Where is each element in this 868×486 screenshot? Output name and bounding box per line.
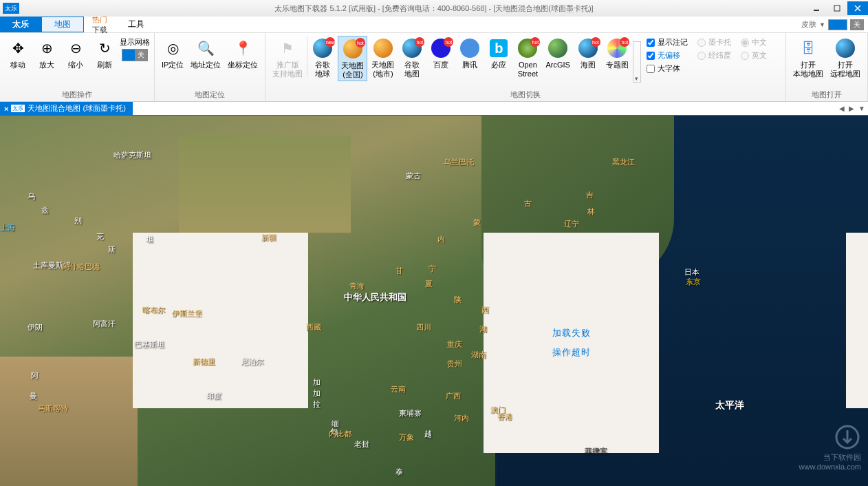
label-thailand: 泰 — [395, 467, 403, 477]
tianditu-city-button[interactable]: 天地图 (地市) — [369, 36, 397, 80]
tab-prev-icon[interactable]: ◀ — [839, 105, 845, 112]
label-liaoning: 辽宁 — [564, 219, 579, 229]
label-oman2: 曼 — [30, 391, 37, 401]
map-tab[interactable]: 地图 — [41, 17, 84, 32]
show-note-check[interactable]: 显示注记 — [647, 37, 688, 47]
database-icon: 🗄 — [797, 37, 819, 59]
big-font-check[interactable]: 大字体 — [647, 63, 688, 74]
label-qinghai: 青海 — [349, 281, 365, 291]
globe-icon — [372, 37, 394, 59]
ops-group-label: 地图操作 — [4, 88, 150, 100]
grid-toggle[interactable]: 显示网格 关 — [120, 36, 150, 61]
open-local-button[interactable]: 🗄打开 本地地图 — [790, 36, 826, 80]
label-ji: 吉 — [586, 190, 594, 200]
en-radio[interactable]: 英文 — [741, 50, 767, 61]
label-iran: 伊朗 — [28, 322, 43, 332]
label-uz2: 兹 — [41, 205, 49, 215]
tab-logo: 太乐 — [11, 105, 25, 112]
map-viewport[interactable]: 加载失败 操作超时 中华人民共和国 蒙古 哈萨克斯坦 乌 兹 别 克 斯 坦 土… — [0, 116, 868, 486]
thematic-button[interactable]: hot专题图 — [603, 36, 631, 71]
window-title: 太乐地图下载器 5.1.2 [试用版] - [免费咨询电话：400-8060-5… — [274, 3, 593, 14]
tab-menu-icon[interactable]: ▼ — [858, 105, 865, 112]
google-map-button[interactable]: hot谷歌 地图 — [398, 36, 426, 80]
open-remote-button[interactable]: 打开 远程地图 — [827, 36, 863, 80]
label-mongolia: 蒙古 — [406, 171, 421, 181]
label-ashgabat: 阿什哈巴德 — [62, 262, 100, 272]
close-button[interactable] — [847, 1, 868, 15]
google-earth-button[interactable]: new谷歌 地球 — [309, 36, 336, 80]
app-logo: 太乐 — [3, 3, 19, 14]
ip-locate-button[interactable]: ◎IP定位 — [159, 36, 186, 71]
svg-rect-1 — [834, 6, 840, 11]
osm-button[interactable]: hotOpen Street — [514, 36, 541, 80]
tab-close-icon[interactable]: × — [4, 105, 8, 113]
move-button[interactable]: ✥移动 — [4, 36, 32, 71]
label-shanxi: 西 — [481, 305, 489, 315]
blank-tile-left — [133, 233, 308, 408]
grid-switch[interactable]: 关 — [122, 49, 148, 61]
label-jia: 加 — [313, 377, 321, 388]
label-xinjiang: 新疆 — [261, 233, 276, 243]
tencent-button[interactable]: 腾讯 — [456, 36, 484, 71]
tianditu-nation-button[interactable]: hot天地图 (全国) — [338, 36, 367, 81]
skin-dropdown-icon[interactable]: ▼ — [819, 21, 825, 28]
baidu-button[interactable]: hot百度 — [427, 36, 455, 71]
addr-locate-button[interactable]: 🔍地址定位 — [188, 36, 224, 71]
osm-icon: hot — [517, 37, 539, 59]
label-uz5: 斯 — [108, 244, 116, 255]
zoomin-button[interactable]: ⊕放大 — [33, 36, 61, 71]
label-shanghai-sea: 上海 — [0, 222, 15, 233]
maximize-button[interactable] — [827, 1, 847, 15]
label-ulaanbaatar: 乌兰巴托 — [444, 157, 474, 167]
label-pakistan: 巴基斯坦 — [134, 339, 164, 350]
label-ningxia: 宁 — [428, 264, 436, 274]
label-philippines: 菲律宾 — [585, 446, 607, 456]
blank-tile-right — [846, 233, 868, 408]
flag-icon: ⚑ — [276, 37, 299, 59]
title-bar: 太乐 太乐地图下载器 5.1.2 [试用版] - [免费咨询电话：400-806… — [0, 0, 868, 17]
no-offset-check[interactable]: 无偏移 — [647, 50, 688, 61]
label-pacific: 太平洋 — [715, 399, 744, 412]
tab-next-icon[interactable]: ▶ — [849, 105, 854, 112]
skin-off-button[interactable]: 关 — [850, 19, 864, 30]
label-uz3: 别 — [74, 215, 82, 226]
label-uz6: 坦 — [146, 234, 153, 244]
coord-locate-button[interactable]: 📍坐标定位 — [225, 36, 261, 71]
tab-strip: × 太乐 天地图混合地图 (球面墨卡托) ◀ ▶ ▼ — [0, 102, 868, 116]
minimize-button[interactable] — [806, 1, 827, 15]
label-meng: 蒙 — [473, 218, 481, 228]
refresh-button[interactable]: ↻刷新 — [91, 36, 118, 71]
label-hunan: 湖南 — [471, 350, 486, 360]
seamap-button[interactable]: hot海图 — [574, 36, 602, 71]
tab-nav: ◀ ▶ ▼ — [839, 105, 865, 112]
document-tab[interactable]: × 太乐 天地图混合地图 (球面墨卡托) — [0, 102, 133, 115]
label-uz1: 乌 — [28, 191, 35, 202]
tools-tab[interactable]: 工具 — [116, 17, 157, 32]
zoomout-button[interactable]: ⊖缩小 — [62, 36, 89, 71]
label-islamabad: 伊斯兰堡 — [172, 308, 202, 319]
zoomout-icon: ⊖ — [65, 37, 87, 59]
map-terrain: 加载失败 操作超时 中华人民共和国 蒙古 哈萨克斯坦 乌 兹 别 克 斯 坦 土… — [0, 116, 868, 486]
arcgis-button[interactable]: ArcGIS — [543, 36, 572, 71]
globe-net-icon — [834, 37, 856, 59]
label-afghan: 阿富汗 — [93, 319, 116, 329]
label-gansu: 甘 — [395, 266, 403, 276]
promo-button[interactable]: ⚑推广版支持地图 — [270, 36, 305, 80]
label-newdelhi: 新德里 — [193, 357, 215, 367]
pin-icon: 📍 — [232, 37, 254, 59]
globe-icon: hot — [342, 38, 364, 60]
switch-group-label: 地图切换 — [270, 88, 781, 100]
label-muscat: 马斯喀特 — [38, 403, 68, 414]
label-chongqing: 重庆 — [447, 339, 462, 350]
globe-icon: hot — [401, 37, 423, 59]
brand-tab[interactable]: 太乐 — [0, 17, 41, 32]
label-cambodia: 柬埔寨 — [399, 408, 422, 419]
cn-radio[interactable]: 中文 — [741, 37, 767, 47]
skin-toggle[interactable] — [828, 19, 847, 30]
label-india: 印度 — [206, 391, 221, 401]
more-maps-dropdown[interactable]: ▾ — [633, 41, 641, 83]
mercator-radio[interactable]: 墨卡托 — [697, 37, 731, 47]
bing-button[interactable]: b必应 — [485, 36, 512, 71]
projection-radios: 墨卡托 经纬度 — [693, 36, 735, 62]
latlon-radio[interactable]: 经纬度 — [697, 50, 731, 61]
